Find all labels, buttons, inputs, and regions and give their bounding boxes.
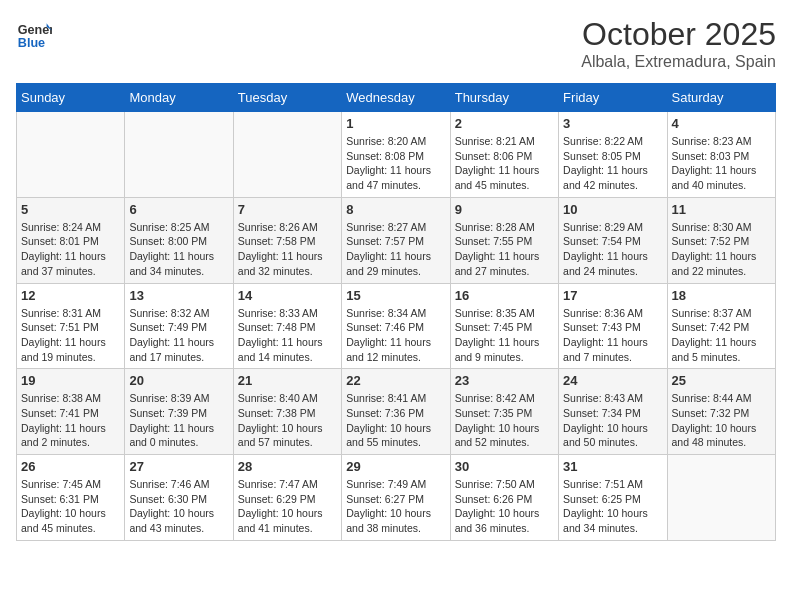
- week-row-1: 1Sunrise: 8:20 AMSunset: 8:08 PMDaylight…: [17, 112, 776, 198]
- day-info: Sunrise: 7:50 AMSunset: 6:26 PMDaylight:…: [455, 477, 554, 536]
- calendar-cell: 20Sunrise: 8:39 AMSunset: 7:39 PMDayligh…: [125, 369, 233, 455]
- week-row-4: 19Sunrise: 8:38 AMSunset: 7:41 PMDayligh…: [17, 369, 776, 455]
- day-info: Sunrise: 8:25 AMSunset: 8:00 PMDaylight:…: [129, 220, 228, 279]
- calendar-cell: 27Sunrise: 7:46 AMSunset: 6:30 PMDayligh…: [125, 455, 233, 541]
- weekday-header-sunday: Sunday: [17, 84, 125, 112]
- day-info: Sunrise: 8:29 AMSunset: 7:54 PMDaylight:…: [563, 220, 662, 279]
- day-number: 1: [346, 116, 445, 131]
- calendar-subtitle: Albala, Extremadura, Spain: [581, 53, 776, 71]
- day-number: 9: [455, 202, 554, 217]
- calendar-table: SundayMondayTuesdayWednesdayThursdayFrid…: [16, 83, 776, 541]
- calendar-cell: 25Sunrise: 8:44 AMSunset: 7:32 PMDayligh…: [667, 369, 775, 455]
- calendar-cell: 23Sunrise: 8:42 AMSunset: 7:35 PMDayligh…: [450, 369, 558, 455]
- calendar-cell: 15Sunrise: 8:34 AMSunset: 7:46 PMDayligh…: [342, 283, 450, 369]
- day-number: 13: [129, 288, 228, 303]
- calendar-cell: 6Sunrise: 8:25 AMSunset: 8:00 PMDaylight…: [125, 197, 233, 283]
- day-number: 27: [129, 459, 228, 474]
- weekday-header-row: SundayMondayTuesdayWednesdayThursdayFrid…: [17, 84, 776, 112]
- calendar-cell: 31Sunrise: 7:51 AMSunset: 6:25 PMDayligh…: [559, 455, 667, 541]
- day-info: Sunrise: 7:51 AMSunset: 6:25 PMDaylight:…: [563, 477, 662, 536]
- title-block: October 2025 Albala, Extremadura, Spain: [581, 16, 776, 71]
- day-info: Sunrise: 8:23 AMSunset: 8:03 PMDaylight:…: [672, 134, 771, 193]
- day-number: 17: [563, 288, 662, 303]
- day-info: Sunrise: 8:34 AMSunset: 7:46 PMDaylight:…: [346, 306, 445, 365]
- weekday-header-tuesday: Tuesday: [233, 84, 341, 112]
- day-info: Sunrise: 7:46 AMSunset: 6:30 PMDaylight:…: [129, 477, 228, 536]
- day-info: Sunrise: 8:38 AMSunset: 7:41 PMDaylight:…: [21, 391, 120, 450]
- calendar-cell: 12Sunrise: 8:31 AMSunset: 7:51 PMDayligh…: [17, 283, 125, 369]
- day-info: Sunrise: 8:22 AMSunset: 8:05 PMDaylight:…: [563, 134, 662, 193]
- day-info: Sunrise: 8:30 AMSunset: 7:52 PMDaylight:…: [672, 220, 771, 279]
- day-number: 21: [238, 373, 337, 388]
- day-number: 20: [129, 373, 228, 388]
- day-info: Sunrise: 8:27 AMSunset: 7:57 PMDaylight:…: [346, 220, 445, 279]
- day-number: 11: [672, 202, 771, 217]
- day-number: 15: [346, 288, 445, 303]
- day-number: 26: [21, 459, 120, 474]
- day-number: 23: [455, 373, 554, 388]
- week-row-3: 12Sunrise: 8:31 AMSunset: 7:51 PMDayligh…: [17, 283, 776, 369]
- day-number: 24: [563, 373, 662, 388]
- calendar-cell: 24Sunrise: 8:43 AMSunset: 7:34 PMDayligh…: [559, 369, 667, 455]
- calendar-cell: 22Sunrise: 8:41 AMSunset: 7:36 PMDayligh…: [342, 369, 450, 455]
- calendar-cell: 9Sunrise: 8:28 AMSunset: 7:55 PMDaylight…: [450, 197, 558, 283]
- calendar-cell: 11Sunrise: 8:30 AMSunset: 7:52 PMDayligh…: [667, 197, 775, 283]
- day-info: Sunrise: 7:49 AMSunset: 6:27 PMDaylight:…: [346, 477, 445, 536]
- weekday-header-friday: Friday: [559, 84, 667, 112]
- day-number: 30: [455, 459, 554, 474]
- day-info: Sunrise: 8:35 AMSunset: 7:45 PMDaylight:…: [455, 306, 554, 365]
- day-info: Sunrise: 8:42 AMSunset: 7:35 PMDaylight:…: [455, 391, 554, 450]
- day-info: Sunrise: 8:21 AMSunset: 8:06 PMDaylight:…: [455, 134, 554, 193]
- calendar-cell: [125, 112, 233, 198]
- weekday-header-wednesday: Wednesday: [342, 84, 450, 112]
- day-number: 25: [672, 373, 771, 388]
- day-number: 7: [238, 202, 337, 217]
- calendar-cell: 17Sunrise: 8:36 AMSunset: 7:43 PMDayligh…: [559, 283, 667, 369]
- day-number: 16: [455, 288, 554, 303]
- day-number: 12: [21, 288, 120, 303]
- logo-icon: General Blue: [16, 16, 52, 52]
- calendar-cell: [667, 455, 775, 541]
- day-number: 8: [346, 202, 445, 217]
- calendar-cell: 29Sunrise: 7:49 AMSunset: 6:27 PMDayligh…: [342, 455, 450, 541]
- calendar-cell: 13Sunrise: 8:32 AMSunset: 7:49 PMDayligh…: [125, 283, 233, 369]
- day-number: 14: [238, 288, 337, 303]
- calendar-cell: [233, 112, 341, 198]
- day-number: 19: [21, 373, 120, 388]
- day-info: Sunrise: 7:45 AMSunset: 6:31 PMDaylight:…: [21, 477, 120, 536]
- calendar-title: October 2025: [581, 16, 776, 53]
- day-info: Sunrise: 8:26 AMSunset: 7:58 PMDaylight:…: [238, 220, 337, 279]
- day-info: Sunrise: 8:28 AMSunset: 7:55 PMDaylight:…: [455, 220, 554, 279]
- day-number: 22: [346, 373, 445, 388]
- day-info: Sunrise: 8:44 AMSunset: 7:32 PMDaylight:…: [672, 391, 771, 450]
- logo: General Blue: [16, 16, 52, 52]
- weekday-header-monday: Monday: [125, 84, 233, 112]
- day-number: 3: [563, 116, 662, 131]
- day-info: Sunrise: 8:41 AMSunset: 7:36 PMDaylight:…: [346, 391, 445, 450]
- calendar-cell: 26Sunrise: 7:45 AMSunset: 6:31 PMDayligh…: [17, 455, 125, 541]
- day-info: Sunrise: 8:32 AMSunset: 7:49 PMDaylight:…: [129, 306, 228, 365]
- day-info: Sunrise: 8:24 AMSunset: 8:01 PMDaylight:…: [21, 220, 120, 279]
- day-info: Sunrise: 8:40 AMSunset: 7:38 PMDaylight:…: [238, 391, 337, 450]
- day-number: 10: [563, 202, 662, 217]
- calendar-cell: 30Sunrise: 7:50 AMSunset: 6:26 PMDayligh…: [450, 455, 558, 541]
- day-info: Sunrise: 8:39 AMSunset: 7:39 PMDaylight:…: [129, 391, 228, 450]
- day-number: 4: [672, 116, 771, 131]
- day-number: 29: [346, 459, 445, 474]
- calendar-cell: 7Sunrise: 8:26 AMSunset: 7:58 PMDaylight…: [233, 197, 341, 283]
- day-number: 5: [21, 202, 120, 217]
- weekday-header-thursday: Thursday: [450, 84, 558, 112]
- calendar-cell: 4Sunrise: 8:23 AMSunset: 8:03 PMDaylight…: [667, 112, 775, 198]
- day-number: 6: [129, 202, 228, 217]
- weekday-header-saturday: Saturday: [667, 84, 775, 112]
- calendar-cell: 10Sunrise: 8:29 AMSunset: 7:54 PMDayligh…: [559, 197, 667, 283]
- calendar-cell: 2Sunrise: 8:21 AMSunset: 8:06 PMDaylight…: [450, 112, 558, 198]
- calendar-cell: 8Sunrise: 8:27 AMSunset: 7:57 PMDaylight…: [342, 197, 450, 283]
- calendar-cell: 5Sunrise: 8:24 AMSunset: 8:01 PMDaylight…: [17, 197, 125, 283]
- day-info: Sunrise: 8:20 AMSunset: 8:08 PMDaylight:…: [346, 134, 445, 193]
- day-info: Sunrise: 8:31 AMSunset: 7:51 PMDaylight:…: [21, 306, 120, 365]
- calendar-cell: [17, 112, 125, 198]
- calendar-cell: 14Sunrise: 8:33 AMSunset: 7:48 PMDayligh…: [233, 283, 341, 369]
- calendar-cell: 16Sunrise: 8:35 AMSunset: 7:45 PMDayligh…: [450, 283, 558, 369]
- day-info: Sunrise: 8:36 AMSunset: 7:43 PMDaylight:…: [563, 306, 662, 365]
